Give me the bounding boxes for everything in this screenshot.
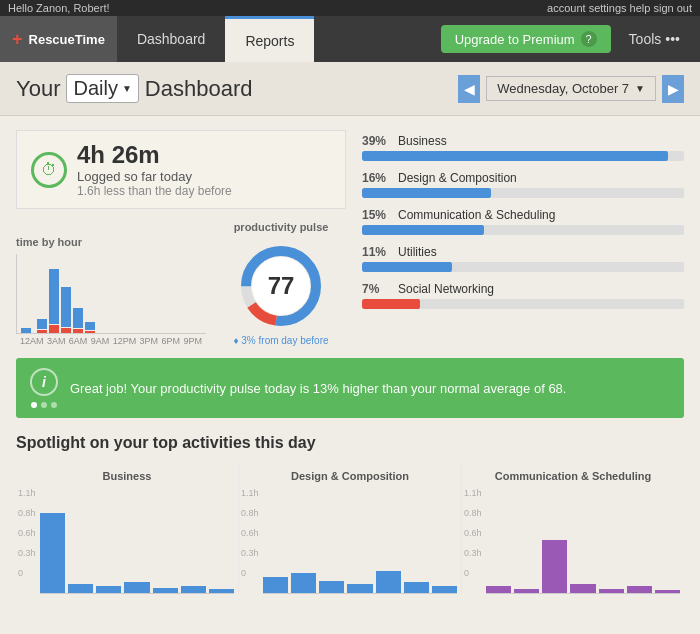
period-arrow-icon: ▼ [122,83,132,94]
category-row: 39%Business [362,134,684,161]
bar-group [21,328,31,333]
category-name: Design & Composition [398,171,517,185]
top-section: ⏱ 4h 26m Logged so far today 1.6h less t… [16,130,684,346]
bar-blue [61,287,71,327]
logo: + RescueTime [0,16,117,62]
bar-chart [16,254,206,334]
logo-cross: + [12,29,23,50]
spotlight-bar [376,571,401,593]
nav-right: Upgrade to Premium ? Tools ••• [441,16,700,62]
spotlight-bar [181,586,206,593]
logo-name: RescueTime [29,32,105,47]
category-row: 15%Communication & Scheduling [362,208,684,235]
bar-blue [37,319,47,329]
dot-3 [51,402,57,408]
date-prev-button[interactable]: ◀ [458,75,480,103]
spotlight-y-labels: 1.1h0.8h0.6h0.3h0 [464,488,482,578]
spotlight-bar [291,573,316,593]
spotlight-bar [347,584,372,593]
period-value: Daily [73,77,117,100]
navbar: + RescueTime Dashboard Reports Upgrade t… [0,16,700,62]
category-bar-bg [362,262,684,272]
bar-group [61,287,71,333]
y-label: 1.1h [18,488,36,498]
category-bar-bg [362,225,684,235]
banner-dots [31,402,57,408]
category-bar-fill [362,225,484,235]
period-dropdown[interactable]: Daily ▼ [66,74,138,103]
dash-title: Your Daily ▼ Dashboard [16,74,252,103]
spotlight-bars [486,504,680,594]
spotlight-bar [124,582,149,593]
spotlight-bar [68,584,93,593]
topbar-greeting: Hello Zanon, Robert! [8,2,110,14]
spotlight-title: Spotlight on your top activities this da… [16,434,684,452]
category-bar-fill [362,151,668,161]
y-label: 1.1h [241,488,259,498]
pulse-value: 77 [268,272,295,300]
info-banner: i Great job! Your productivity pulse tod… [16,358,684,418]
time-text: 4h 26m Logged so far today 1.6h less tha… [77,141,232,198]
nav-reports[interactable]: Reports [225,16,314,62]
y-label: 0 [241,568,259,578]
bar-red [49,325,59,333]
upgrade-label: Upgrade to Premium [455,32,575,47]
bar-blue [73,308,83,328]
bar-group [85,322,95,333]
date-next-button[interactable]: ▶ [662,75,684,103]
spotlight-y-labels: 1.1h0.8h0.6h0.3h0 [18,488,36,578]
y-label: 0.6h [241,528,259,538]
sign-out-link[interactable]: sign out [653,2,692,14]
category-pct: 15% [362,208,390,222]
upgrade-button[interactable]: Upgrade to Premium ? [441,25,611,53]
spotlight-bar [432,586,457,593]
y-label: 0.3h [464,548,482,558]
bar-chart-title: time by hour [16,236,206,248]
tools-label: Tools [629,31,662,47]
category-bar-bg [362,151,684,161]
category-name: Business [398,134,447,148]
bar-blue [49,269,59,324]
main-content: ⏱ 4h 26m Logged so far today 1.6h less t… [0,116,700,608]
y-label: 1.1h [464,488,482,498]
y-label: 0.6h [464,528,482,538]
y-label: 0.3h [18,548,36,558]
upgrade-help-icon: ? [581,31,597,47]
spotlight-bar [263,577,288,593]
date-text: Wednesday, October 7 [497,81,629,96]
time-value: 4h 26m [77,141,232,169]
spotlight-col-0: Business1.1h0.8h0.6h0.3h0 [16,464,239,594]
dash-prefix: Your [16,76,60,102]
spotlight-bar [627,586,652,593]
category-row: 16%Design & Composition [362,171,684,198]
category-pct: 11% [362,245,390,259]
category-bar-fill [362,188,491,198]
dot-1 [31,402,37,408]
category-header: 16%Design & Composition [362,171,684,185]
bar-group [37,319,47,333]
spotlight-col-1: Design & Composition1.1h0.8h0.6h0.3h0 [239,464,462,594]
pulse-title: productivity pulse [216,221,346,233]
help-link[interactable]: help [630,2,651,14]
bar-red [61,328,71,333]
category-row: 7%Social Networking [362,282,684,309]
pulse-sublabel: ♦ 3% from day before [216,335,346,346]
bar-blue [21,328,31,333]
category-bar-fill [362,262,452,272]
tools-dots-icon: ••• [665,31,680,47]
y-label: 0 [18,568,36,578]
spotlight-col-title: Design & Composition [239,464,461,482]
spotlight-col-2: Communication & Scheduling1.1h0.8h0.6h0.… [462,464,684,594]
tools-button[interactable]: Tools ••• [619,25,690,53]
date-dropdown-icon: ▼ [635,83,645,94]
nav-dashboard[interactable]: Dashboard [117,16,226,62]
account-settings-link[interactable]: account settings [547,2,627,14]
dash-suffix: Dashboard [145,76,253,102]
spotlight-bar [599,589,624,593]
time-by-hour-section: time by hour 12AM 3AM 6AM 9AM 12PM 3PM 6… [16,236,206,346]
spotlight-bar [655,590,680,593]
spotlight-bar [404,582,429,593]
category-header: 15%Communication & Scheduling [362,208,684,222]
spotlight-bar [542,540,567,593]
topbar: Hello Zanon, Robert! account settings he… [0,0,700,16]
